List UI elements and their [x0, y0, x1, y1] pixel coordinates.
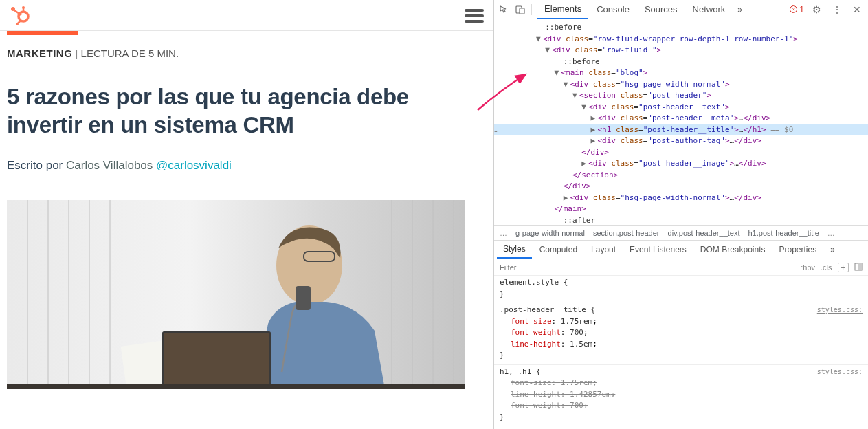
device-icon[interactable]	[515, 4, 526, 15]
cls-toggle[interactable]: .cls	[821, 263, 832, 272]
dom-tree[interactable]: ::before ▼<div class="row-fluid-wrapper …	[494, 19, 868, 226]
selected-dom-node: ▶<h1 class="post-header__title">…</h1> =…	[494, 124, 868, 136]
rule-headings: styles.css: h1, h2, h3, h4, h5, h6, .h1,…	[494, 426, 868, 429]
hero-image	[7, 200, 465, 389]
tab-properties[interactable]: Properties	[773, 241, 823, 258]
new-rule-button[interactable]: +	[838, 263, 849, 272]
styles-tabs-overflow[interactable]: »	[824, 241, 841, 258]
source-link[interactable]: styles.css:	[817, 305, 863, 315]
tab-styles[interactable]: Styles	[497, 241, 532, 258]
rule-element-style: element.style { }	[494, 276, 868, 303]
rule-h1: styles.css: h1, .h1 { font-size: 1.75rem…	[494, 365, 868, 427]
styles-filter-input[interactable]	[494, 261, 795, 274]
svg-rect-22	[164, 333, 269, 384]
styles-pane[interactable]: element.style { } styles.css: .post-head…	[494, 276, 868, 429]
svg-rect-25	[520, 8, 524, 14]
gear-icon[interactable]: ⚙	[810, 4, 824, 15]
tab-console[interactable]: Console	[590, 0, 636, 19]
svg-point-6	[16, 23, 19, 25]
byline: Escrito por Carlos Villalobos @carlosviv…	[7, 159, 487, 173]
byline-prefix: Escrito por	[7, 159, 66, 172]
menu-icon[interactable]	[465, 9, 484, 23]
tab-event-listeners[interactable]: Event Listeners	[623, 241, 693, 258]
source-link[interactable]: styles.css:	[817, 366, 863, 377]
category-label[interactable]: MARKETING	[7, 47, 72, 59]
svg-rect-27	[858, 263, 862, 270]
styles-filter-row: :hov .cls +	[494, 259, 868, 276]
dom-breadcrumb[interactable]: … g-page-width-normal section.post-heade…	[494, 226, 868, 241]
post-meta: MARKETING | LECTURA DE 5 MIN.	[7, 47, 487, 59]
devtools-toolbar: Elements Console Sources Network » ×1 ⚙ …	[494, 0, 868, 19]
svg-rect-19	[296, 286, 311, 310]
hubspot-logo[interactable]	[10, 6, 30, 26]
tab-computed[interactable]: Computed	[533, 241, 583, 258]
tab-network[interactable]: Network	[686, 0, 733, 19]
article-content: MARKETING | LECTURA DE 5 MIN. 5 razones …	[0, 31, 493, 389]
svg-point-2	[19, 12, 28, 21]
post-title: 5 razones por las que tu agencia debe in…	[7, 82, 487, 140]
styles-tabs: Styles Computed Layout Event Listeners D…	[494, 241, 868, 259]
kebab-icon[interactable]: ⋮	[830, 4, 845, 15]
tab-layout[interactable]: Layout	[585, 241, 622, 258]
svg-point-4	[22, 6, 25, 9]
site-header	[0, 0, 493, 31]
styles-pane-menu-icon[interactable]	[854, 263, 863, 272]
inspect-icon[interactable]	[498, 4, 509, 15]
tabs-overflow[interactable]: »	[733, 2, 746, 17]
rule-post-header-title: styles.css: .post-header__title { font-s…	[494, 303, 868, 365]
author-handle[interactable]: @carlosvivaldi	[156, 159, 232, 172]
error-badge[interactable]: ×1	[790, 5, 804, 14]
accent-bar	[7, 31, 78, 35]
devtools-panel: Elements Console Sources Network » ×1 ⚙ …	[493, 0, 868, 429]
tab-sources[interactable]: Sources	[638, 0, 685, 19]
svg-rect-23	[7, 384, 465, 389]
tab-elements[interactable]: Elements	[537, 0, 588, 19]
tab-dom-breakpoints[interactable]: DOM Breakpoints	[694, 241, 772, 258]
hov-toggle[interactable]: :hov	[801, 263, 815, 272]
devtools-tabs: Elements Console Sources Network »	[537, 0, 784, 19]
author-name: Carlos Villalobos	[66, 159, 156, 172]
read-time: LECTURA DE 5 MIN.	[81, 47, 179, 59]
close-icon[interactable]: ✕	[850, 4, 864, 15]
webpage-pane: MARKETING | LECTURA DE 5 MIN. 5 razones …	[0, 0, 493, 429]
svg-line-5	[18, 21, 21, 23]
